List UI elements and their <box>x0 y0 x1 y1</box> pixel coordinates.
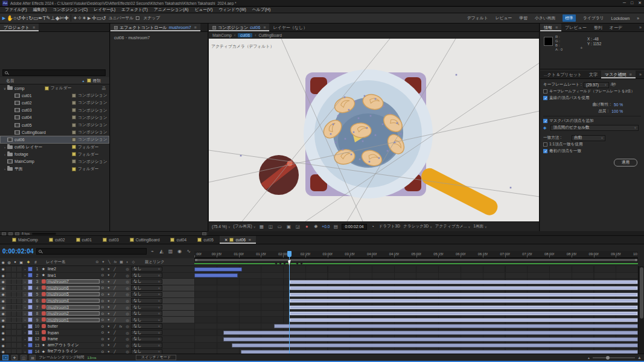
plugin-anchor-icon[interactable]: ✛ <box>92 15 97 21</box>
project-item-cut03[interactable]: cut03コンポジション <box>0 107 109 114</box>
parent-pickwhip-icon[interactable]: ◎ <box>124 279 131 284</box>
switch-box[interactable] <box>17 273 22 278</box>
quality-switch[interactable]: ╱ <box>112 325 118 328</box>
layer-row-mushroom7[interactable]: ◉›3mushroom7⊙✦╱◎なし∨ <box>0 279 194 285</box>
twirl-icon[interactable]: › <box>2 167 7 171</box>
keyframe-rate-select[interactable]: (29.97)∨ <box>584 82 609 88</box>
mask-vertex[interactable] <box>378 157 380 159</box>
switch-mode-button[interactable]: スイッチ / モード <box>136 355 176 360</box>
shy-switch[interactable]: ⊙ <box>100 273 106 277</box>
visibility-eye-icon[interactable]: ◉ <box>0 279 6 284</box>
layer-row-mushroom3[interactable]: ◉›7mushroom3⊙✦╱◎なし∨ <box>0 304 194 311</box>
panel-menu-icon[interactable]: ≡ <box>263 25 266 30</box>
label-chip[interactable] <box>72 101 76 105</box>
quality-switch[interactable]: ╱ <box>112 286 118 290</box>
new-folder-icon[interactable] <box>8 232 13 235</box>
track-lane-mushroom2[interactable] <box>194 311 638 317</box>
project-item-comp[interactable]: ∨compフォルダー品 <box>0 84 109 92</box>
switch-box[interactable] <box>17 279 22 284</box>
switch-box[interactable] <box>6 317 11 322</box>
switch-box[interactable] <box>11 267 17 272</box>
eraser-tool[interactable]: ◆ <box>56 15 60 21</box>
zoom-select[interactable]: (75.4 %)∨ <box>212 224 231 229</box>
work-area-start-handle[interactable] <box>195 259 197 261</box>
tab-layer-viewer[interactable]: レイヤー（なし） <box>269 24 311 31</box>
breadcrumb-cuttingboard[interactable]: CuttingBoard <box>258 33 282 37</box>
track-lane-fireアウトライン[interactable] <box>194 349 638 354</box>
switch-box[interactable] <box>17 305 22 310</box>
duration-bar-mushroom5[interactable] <box>289 293 638 297</box>
mask-vertex[interactable] <box>400 133 402 135</box>
layer-name[interactable]: mushroom3 <box>46 305 100 310</box>
project-item-MainComp[interactable]: MainCompコンポジション <box>0 158 109 165</box>
layer-name[interactable]: frypan <box>46 331 100 335</box>
layer-row-frame[interactable]: ◉›12frame⊙✦╱◎なし∨ <box>0 336 194 343</box>
timeline-tab-cut03[interactable]: cut03 <box>98 236 124 244</box>
track-lane-mushroom3[interactable] <box>194 304 638 311</box>
switch-box[interactable] <box>11 279 17 284</box>
workspace-小さい画面[interactable]: 小さい画面 <box>535 15 555 21</box>
layer-twirl-icon[interactable]: › <box>22 267 28 271</box>
layer-row-line2[interactable]: ◉›1★line2⊙✦╱◎なし∨ <box>0 266 194 273</box>
parent-select[interactable]: なし∨ <box>131 267 162 272</box>
puppet-pin-tool[interactable]: ✚ <box>64 15 69 21</box>
quality-switch[interactable]: ╱ <box>112 318 118 322</box>
brush-tool[interactable]: ✎ <box>46 15 51 21</box>
shy-switch[interactable]: ⊙ <box>100 286 106 290</box>
menu-item-5[interactable]: アニメーション(A) <box>151 7 192 13</box>
visibility-eye-icon[interactable]: ◉ <box>0 305 6 310</box>
switch-box[interactable] <box>17 267 22 272</box>
menu-item-3[interactable]: レイヤー(L) <box>91 7 118 13</box>
mask-vertex[interactable] <box>330 133 332 135</box>
layer-twirl-icon[interactable]: › <box>22 293 28 296</box>
parent-select[interactable]: なし∨ <box>131 292 162 297</box>
duration-bar-mushroom7[interactable] <box>289 280 638 284</box>
mini-flowchart-icon[interactable]: ⌁ <box>149 249 156 254</box>
mask-vertex[interactable] <box>342 149 344 151</box>
label-chip[interactable] <box>72 130 76 135</box>
switch-box[interactable] <box>17 285 22 290</box>
quality-switch[interactable]: ╱ <box>112 343 118 347</box>
mask-vertex[interactable] <box>387 150 389 152</box>
visibility-eye-icon[interactable]: ◉ <box>0 292 6 296</box>
switch-box[interactable] <box>6 311 11 316</box>
menu-item-6[interactable]: ビュー(V) <box>191 7 215 13</box>
more-panels-chevron[interactable]: » <box>636 24 644 31</box>
menu-item-7[interactable]: ウィンドウ(W) <box>215 7 249 13</box>
switch-box[interactable] <box>6 292 11 297</box>
duration-bar-line2[interactable] <box>194 267 242 272</box>
switch-box[interactable] <box>11 292 17 297</box>
parent-pickwhip-icon[interactable]: ◎ <box>124 305 131 310</box>
timeline-tab-cut01[interactable]: cut01 <box>71 236 97 244</box>
mask-visibility-icon[interactable]: ◫ <box>267 224 273 229</box>
mask-vertex[interactable] <box>353 132 355 133</box>
switch-box[interactable] <box>11 317 17 322</box>
switch-box[interactable] <box>6 330 11 335</box>
parent-pickwhip-icon[interactable]: ◎ <box>124 349 131 354</box>
keyframe-field-checkbox[interactable] <box>543 89 547 94</box>
mask-vertex[interactable] <box>344 97 346 98</box>
parent-pickwhip-icon[interactable]: ◎ <box>124 337 131 341</box>
snap-checkbox[interactable] <box>136 16 139 20</box>
delete-icon[interactable] <box>202 232 206 235</box>
mask-vertex[interactable] <box>375 135 377 136</box>
mask-vertex[interactable] <box>337 115 339 117</box>
layer-row-line1[interactable]: ◉›2★line1⊙✦╱◎なし∨ <box>0 273 194 279</box>
fast-previews-icon[interactable]: ◔ <box>370 224 376 229</box>
draft-3d-toggle[interactable]: ドラフト3D <box>379 224 400 229</box>
pen-tool[interactable]: ✒ <box>38 15 43 21</box>
layer-name[interactable]: line1 <box>46 273 100 278</box>
apply-button[interactable]: 適用 <box>614 159 637 167</box>
parent-pickwhip-icon[interactable]: ◎ <box>124 311 131 316</box>
thumbnail-size-slider[interactable] <box>32 233 56 235</box>
mask-vertex[interactable] <box>362 141 364 142</box>
interpret-footage-icon[interactable] <box>2 232 6 235</box>
switch-box[interactable] <box>6 349 11 354</box>
timeline-search-input[interactable] <box>36 248 147 255</box>
frame-blending-icon[interactable]: ▥ <box>167 249 174 254</box>
parent-select[interactable]: なし∨ <box>131 349 162 354</box>
track-lane-mushroom5[interactable] <box>194 291 638 298</box>
column-name[interactable]: 名前 <box>6 78 14 84</box>
tab-mask-interpolation[interactable]: マスク補間≡ <box>601 71 636 78</box>
track-lane-mushroom6[interactable] <box>194 285 638 292</box>
